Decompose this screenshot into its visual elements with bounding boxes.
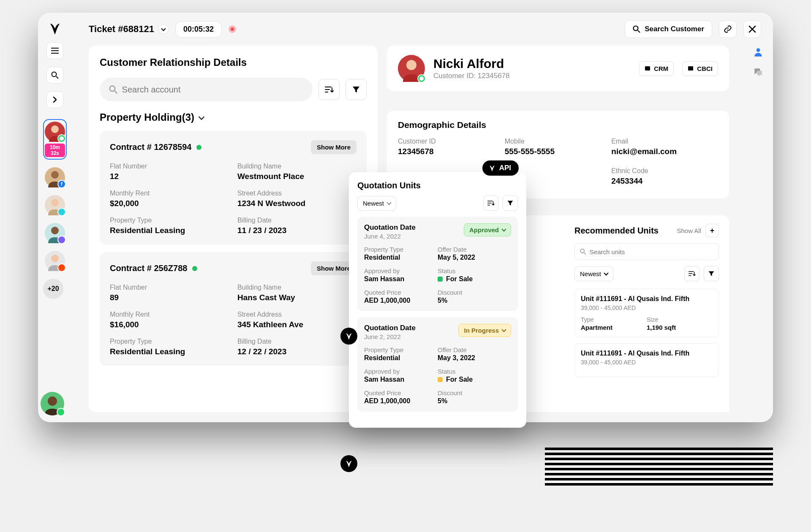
- customer-name: Nicki Alford: [433, 57, 510, 71]
- customer-avatar: [398, 55, 425, 82]
- close-button[interactable]: [743, 20, 761, 38]
- call-timer: 00:05:32: [175, 21, 222, 38]
- panel-title: Customer Relationship Details: [100, 57, 367, 68]
- menu-button[interactable]: [46, 42, 63, 59]
- svg-point-4: [51, 171, 59, 179]
- status-dot-icon: [192, 266, 197, 271]
- search-units-box[interactable]: [574, 243, 719, 260]
- search-customer-label: Search Customer: [645, 25, 704, 33]
- search-units-input[interactable]: [590, 248, 713, 255]
- show-all-link[interactable]: Show All: [677, 227, 701, 234]
- ticket-label: Ticket #688121: [89, 24, 154, 35]
- whatsapp-icon: [57, 134, 66, 143]
- chat-icon[interactable]: [752, 66, 765, 79]
- context-rail: [749, 46, 767, 79]
- svg-point-18: [580, 249, 584, 253]
- conversation-item[interactable]: f: [43, 167, 67, 187]
- conversation-item[interactable]: [41, 392, 64, 415]
- ticket-dropdown[interactable]: [158, 24, 169, 34]
- brand-dot-icon: [340, 328, 357, 345]
- svg-point-11: [634, 26, 638, 31]
- facebook-icon: f: [57, 180, 66, 188]
- online-dot: [57, 408, 65, 416]
- api-badge: API: [482, 160, 519, 176]
- recording-indicator: [229, 25, 236, 33]
- search-account-box[interactable]: [100, 78, 313, 101]
- viber-icon: [57, 236, 66, 244]
- sidebar-search-button[interactable]: [46, 67, 63, 84]
- holding-title: Property Holding(3): [100, 111, 194, 123]
- sort-button[interactable]: [684, 266, 699, 281]
- whatsapp-icon: [417, 74, 426, 83]
- quotation-card: Quotation Date June 4, 2022 Approved Pro…: [357, 217, 518, 311]
- contract-title: Contract # 12678594: [110, 142, 191, 152]
- reddit-icon: [57, 263, 66, 272]
- contract-card: Contract # 256Z788 Show More Flat Number…: [100, 252, 367, 366]
- sidebar-expand-button[interactable]: [46, 91, 63, 108]
- conversation-more[interactable]: +20: [43, 279, 67, 299]
- app-logo: [48, 22, 62, 35]
- crm-chip[interactable]: CRM: [639, 61, 674, 76]
- svg-point-8: [51, 227, 59, 234]
- conversation-item[interactable]: [43, 195, 67, 215]
- svg-point-15: [406, 60, 416, 70]
- sort-button[interactable]: [483, 195, 498, 211]
- svg-point-6: [51, 199, 59, 206]
- svg-point-12: [757, 48, 760, 52]
- conversation-timer: 10m 32s: [45, 144, 65, 157]
- topbar: Ticket #688121 00:05:32 Search Customer: [72, 13, 773, 46]
- profile-icon[interactable]: [752, 46, 765, 58]
- contract-title: Contract # 256Z788: [110, 263, 187, 273]
- panel-customer-header: Nicki Alford Customer ID: 12345678 CRM C…: [387, 46, 729, 91]
- status-dot-icon: [196, 145, 201, 150]
- panel-relationship: Customer Relationship Details Property H…: [89, 46, 378, 412]
- messenger-icon: [57, 208, 66, 216]
- filter-button[interactable]: [503, 195, 518, 211]
- search-account-input[interactable]: [122, 85, 303, 95]
- unit-card[interactable]: Unit #111691 - Al Qusais Ind. Fifth39,00…: [574, 343, 719, 377]
- customer-id: Customer ID: 12345678: [433, 72, 510, 80]
- sort-newest[interactable]: Newest: [574, 266, 613, 281]
- svg-point-10: [51, 255, 59, 262]
- conversation-item[interactable]: [43, 223, 67, 243]
- svg-point-2: [51, 125, 59, 133]
- contract-card: Contract # 12678594 Show More Flat Numbe…: [100, 131, 367, 244]
- svg-point-20: [48, 396, 57, 406]
- demographic-title: Demographic Details: [398, 120, 718, 130]
- svg-rect-16: [645, 66, 650, 71]
- add-unit-button[interactable]: +: [705, 224, 719, 237]
- sort-newest[interactable]: Newest: [357, 196, 396, 211]
- property-holding-toggle[interactable]: Property Holding(3): [100, 111, 367, 123]
- status-chip[interactable]: Approved: [464, 223, 511, 236]
- sort-button[interactable]: [318, 79, 340, 100]
- panel-quotation: API Quotation Units Newest Quotation Dat…: [349, 172, 526, 428]
- svg-rect-17: [688, 66, 693, 71]
- conversation-item-active[interactable]: 10m 32s: [43, 119, 67, 160]
- filter-button[interactable]: [704, 266, 719, 281]
- svg-point-13: [110, 86, 115, 91]
- show-more-button[interactable]: Show More: [311, 140, 357, 154]
- recommended-title: Recommended Units: [574, 226, 659, 236]
- conversation-item[interactable]: [43, 251, 67, 271]
- sidebar: 10m 32s f +20: [38, 13, 72, 422]
- status-chip[interactable]: In Progress: [458, 324, 511, 337]
- svg-point-0: [52, 72, 57, 77]
- brand-dot-icon: [340, 455, 357, 472]
- quotation-title: Quotation Units: [357, 181, 518, 190]
- link-button[interactable]: [719, 20, 737, 38]
- quotation-card: Quotation Date June 2, 2022 In Progress …: [357, 317, 518, 412]
- search-icon: [109, 85, 118, 94]
- ticket-title: Ticket #688121: [89, 24, 169, 35]
- unit-card[interactable]: Unit #111691 - Al Qusais Ind. Fifth39,00…: [574, 289, 719, 337]
- search-icon: [580, 248, 586, 255]
- cbci-chip[interactable]: CBCI: [682, 61, 718, 76]
- search-customer-button[interactable]: Search Customer: [625, 20, 712, 38]
- filter-button[interactable]: [346, 79, 367, 100]
